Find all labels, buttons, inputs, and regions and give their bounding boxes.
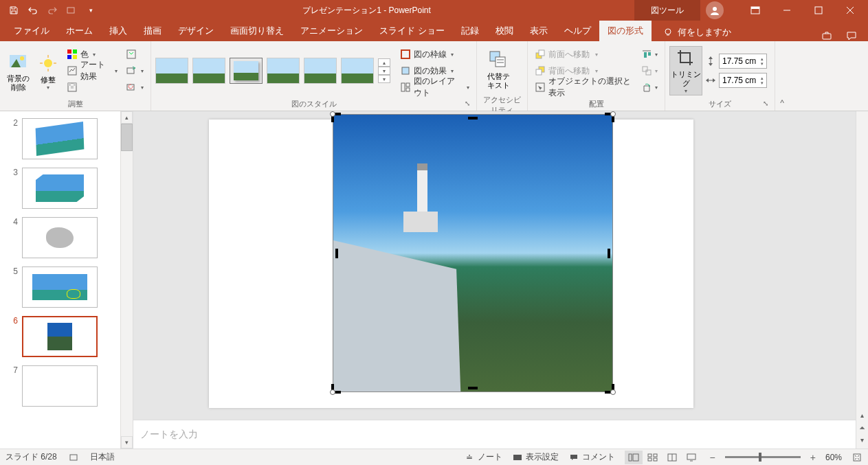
selection-handle-icon[interactable] bbox=[610, 111, 616, 117]
zoom-in-icon[interactable]: + bbox=[810, 452, 816, 463]
zoom-slider[interactable] bbox=[725, 456, 801, 458]
tab-design[interactable]: デザイン bbox=[170, 21, 222, 41]
qat-more-icon[interactable]: ▾ bbox=[82, 2, 99, 19]
tab-home[interactable]: ホーム bbox=[58, 21, 101, 41]
rotate-button[interactable]: ▾ bbox=[638, 80, 660, 95]
ribbon-display-options-icon[interactable] bbox=[740, 0, 770, 21]
selection-handle-icon[interactable] bbox=[330, 389, 335, 395]
slide-sorter-icon[interactable] bbox=[644, 451, 662, 464]
crop-button[interactable]: トリミング ▾ bbox=[669, 46, 702, 95]
accessibility-check-icon[interactable] bbox=[68, 452, 79, 463]
change-picture-button[interactable]: ▾ bbox=[123, 63, 146, 78]
selection-handle-icon[interactable] bbox=[610, 389, 616, 395]
selection-pane-button[interactable]: オブジェクトの選択と表示 bbox=[532, 80, 636, 95]
style-thumb[interactable] bbox=[230, 58, 263, 84]
picture-styles-gallery[interactable]: ▴▾▾ bbox=[155, 58, 390, 84]
style-thumb[interactable] bbox=[192, 58, 225, 84]
slideshow-view-icon[interactable] bbox=[682, 451, 700, 464]
crop-handle-icon[interactable] bbox=[467, 110, 479, 122]
tab-draw[interactable]: 描画 bbox=[135, 21, 170, 41]
selected-image[interactable] bbox=[333, 114, 613, 392]
compress-pictures-button[interactable] bbox=[123, 47, 146, 62]
reading-view-icon[interactable] bbox=[663, 451, 681, 464]
zoom-out-icon[interactable]: − bbox=[710, 452, 715, 463]
editor-scrollbar[interactable]: ▴ ⏶ ▾ bbox=[856, 111, 868, 449]
slide-thumbnail[interactable]: 3 bbox=[0, 163, 120, 213]
tab-picture-format[interactable]: 図の形式 bbox=[599, 21, 652, 41]
svg-rect-47 bbox=[646, 70, 651, 75]
slide-thumbnail[interactable]: 7 bbox=[0, 361, 120, 411]
next-slide-icon[interactable]: ▾ bbox=[857, 435, 868, 444]
tab-view[interactable]: 表示 bbox=[522, 21, 556, 41]
picture-layout-button[interactable]: 図のレイアウト ▾ bbox=[397, 80, 472, 95]
maximize-icon[interactable] bbox=[803, 0, 834, 21]
contextual-tool-tab: 図ツール bbox=[634, 0, 700, 21]
comments-icon[interactable] bbox=[846, 30, 857, 41]
tab-animations[interactable]: アニメーション bbox=[292, 21, 371, 41]
notes-pane[interactable]: ノートを入力 bbox=[133, 420, 856, 449]
tell-me-search[interactable]: 何をしますか bbox=[657, 23, 737, 41]
tab-file[interactable]: ファイル bbox=[5, 21, 58, 41]
gallery-scroll[interactable]: ▴▾▾ bbox=[378, 58, 390, 83]
alt-text-button[interactable]: 代替テ キスト bbox=[481, 44, 515, 93]
reset-picture-button[interactable]: ▾ bbox=[123, 80, 146, 95]
artistic-effects-button[interactable]: アート効果 ▾ bbox=[64, 63, 120, 78]
style-thumb[interactable] bbox=[267, 58, 300, 84]
tab-insert[interactable]: 挿入 bbox=[101, 21, 135, 41]
comments-button[interactable]: コメント bbox=[568, 451, 615, 463]
tab-transitions[interactable]: 画面切り替え bbox=[222, 21, 292, 41]
slide-thumbnail[interactable]: 5 bbox=[0, 262, 120, 312]
share-icon[interactable] bbox=[821, 30, 832, 41]
slide-thumbnail[interactable]: 2 bbox=[0, 114, 120, 163]
crop-handle-icon[interactable] bbox=[467, 384, 479, 396]
svg-rect-61 bbox=[513, 455, 522, 460]
save-icon[interactable] bbox=[5, 2, 22, 19]
prev-slide-icon[interactable]: ▴ bbox=[857, 410, 868, 420]
style-thumb[interactable] bbox=[155, 58, 188, 84]
lighthouse-photo[interactable] bbox=[333, 114, 613, 392]
close-icon[interactable] bbox=[835, 0, 865, 21]
slide-editor[interactable]: ノートを入力 bbox=[133, 111, 856, 449]
thumbnails-scrollbar[interactable]: ▴ ▾ bbox=[120, 111, 133, 449]
minimize-icon[interactable] bbox=[772, 0, 802, 21]
account-avatar-icon[interactable] bbox=[706, 1, 724, 19]
undo-icon[interactable] bbox=[25, 2, 41, 19]
svg-point-12 bbox=[44, 59, 52, 67]
svg-rect-28 bbox=[127, 84, 134, 90]
selection-handle-icon[interactable] bbox=[330, 111, 335, 117]
redo-icon[interactable] bbox=[44, 2, 60, 19]
display-settings-button[interactable]: 表示設定 bbox=[512, 451, 559, 463]
fit-to-window-icon[interactable] bbox=[852, 452, 863, 463]
crop-handle-icon[interactable] bbox=[329, 247, 341, 260]
tab-record[interactable]: 記録 bbox=[453, 21, 487, 41]
dialog-launcher-icon[interactable]: ⤡ bbox=[463, 100, 472, 109]
align-button[interactable]: ▾ bbox=[638, 47, 660, 62]
style-thumb[interactable] bbox=[304, 58, 337, 84]
tab-help[interactable]: ヘルプ bbox=[556, 21, 599, 41]
slide-thumbnail[interactable]: 6 bbox=[0, 312, 120, 361]
remove-background-button[interactable]: 背景の 削除 bbox=[4, 46, 33, 95]
notes-toggle[interactable]: ≐ノート bbox=[464, 451, 502, 463]
crop-handle-icon[interactable] bbox=[605, 247, 617, 260]
tab-slideshow[interactable]: スライド ショー bbox=[371, 21, 453, 41]
style-thumb[interactable] bbox=[341, 58, 374, 84]
transparency-button[interactable] bbox=[64, 80, 120, 95]
dialog-launcher-icon[interactable]: ⤡ bbox=[761, 100, 770, 109]
bring-forward-button[interactable]: 前面へ移動 ▾ bbox=[532, 47, 636, 62]
language-indicator[interactable]: 日本語 bbox=[90, 451, 115, 463]
svg-rect-45 bbox=[648, 52, 651, 56]
tab-review[interactable]: 校閲 bbox=[487, 21, 522, 41]
corrections-button[interactable]: 修整 ▾ bbox=[36, 46, 61, 95]
zoom-level[interactable]: 60% bbox=[825, 453, 842, 462]
slide-thumbnail[interactable]: 4 bbox=[0, 213, 120, 262]
group-objects-button[interactable]: ▾ bbox=[638, 63, 660, 78]
color-icon bbox=[67, 49, 78, 60]
width-input[interactable]: 17.75 cm▴▾ bbox=[719, 73, 767, 88]
slide-indicator[interactable]: スライド 6/28 bbox=[5, 451, 57, 463]
normal-view-icon[interactable] bbox=[625, 451, 643, 464]
height-input[interactable]: 17.75 cm▴▾ bbox=[719, 54, 767, 69]
start-from-beginning-icon[interactable] bbox=[63, 2, 80, 19]
collapse-ribbon-icon[interactable]: ^ bbox=[775, 41, 789, 111]
picture-border-button[interactable]: 図の枠線 ▾ bbox=[397, 47, 472, 62]
prev-slide-double-icon[interactable]: ⏶ bbox=[857, 422, 868, 432]
